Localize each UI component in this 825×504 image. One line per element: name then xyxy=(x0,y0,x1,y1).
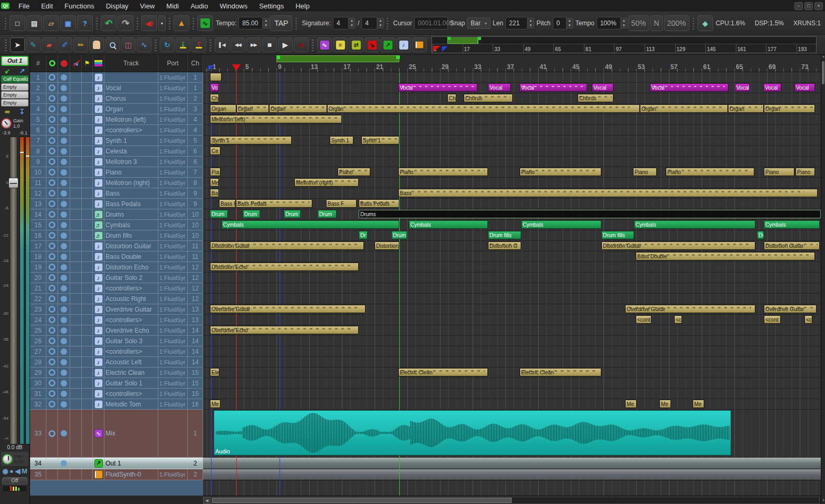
track-record-toggle[interactable] xyxy=(58,104,70,114)
track-mute-toggle[interactable] xyxy=(70,410,82,457)
track-monitor-toggle[interactable] xyxy=(46,188,58,198)
track-mute-toggle[interactable] xyxy=(70,469,82,480)
track-mute-toggle[interactable] xyxy=(70,146,82,156)
menu-help[interactable]: Help xyxy=(290,2,315,10)
clip-dr[interactable]: Dr xyxy=(757,231,764,239)
select-tool[interactable]: ➤ xyxy=(10,37,25,52)
export-toggle[interactable]: ↗ xyxy=(380,37,395,52)
clip-dr[interactable]: Dr xyxy=(359,231,368,239)
track-mute-toggle[interactable] xyxy=(70,125,82,135)
track-mute-toggle[interactable] xyxy=(70,336,82,346)
tempo-spin-arrows[interactable]: ▲▼ xyxy=(263,18,270,28)
clip-chorus[interactable]: Chorus xyxy=(464,94,513,102)
clip-distortion-echo[interactable]: Distortion Echo xyxy=(210,263,359,271)
clip-overdrive-guitar[interactable]: Overdrive Guitar xyxy=(764,305,817,313)
messages-window-toggle[interactable]: ↘ xyxy=(364,37,379,52)
track-solo-toggle[interactable] xyxy=(82,325,93,335)
track-mute-toggle[interactable] xyxy=(70,262,82,272)
scroll-left-button[interactable]: ◀ xyxy=(203,497,210,504)
hand-tool[interactable] xyxy=(89,37,104,52)
signature-denominator-spinbox[interactable]: 4 ▲▼ xyxy=(361,17,384,30)
track-mute-toggle[interactable] xyxy=(70,325,82,335)
toolbar-handle[interactable] xyxy=(209,38,212,51)
track-solo-toggle[interactable] xyxy=(82,188,93,198)
track-monitor-toggle[interactable] xyxy=(46,146,58,156)
track-mute-toggle[interactable] xyxy=(70,357,82,367)
pitch-value[interactable]: 0 xyxy=(553,17,567,30)
punch-out-toggle[interactable]: ⇑ xyxy=(191,37,206,52)
track-monitor-toggle[interactable] xyxy=(46,230,58,240)
clip-bass-f[interactable]: Bass F xyxy=(219,199,236,208)
tap-tempo-button[interactable]: TAP xyxy=(270,15,292,31)
clip-cymbals[interactable]: Cymbals xyxy=(764,220,820,229)
open-session-button[interactable]: ▱ xyxy=(43,15,59,31)
track-row-3[interactable]: 3♪Chorus1:FluidSyr2 xyxy=(30,93,203,104)
track-row-26[interactable]: 26♪Guitar Solo 31:FluidSyr14 xyxy=(30,336,203,346)
clip-electric-clean[interactable]: Electric Clean xyxy=(398,368,488,376)
track-monitor-toggle[interactable] xyxy=(46,167,58,177)
track-row-32[interactable]: 32♪Melodic Tom1:FluidSyr16 xyxy=(30,399,203,410)
clip-organ[interactable]: Organ xyxy=(764,104,815,113)
clip-distortion-g[interactable]: Distortion G xyxy=(488,241,521,250)
track-record-toggle[interactable] xyxy=(58,157,70,167)
midi-clip-toggle[interactable]: ♪ xyxy=(396,37,411,52)
track-monitor-toggle[interactable] xyxy=(46,72,58,82)
track-row-19[interactable]: 19♪Distortion Echo1:FluidSyr12 xyxy=(30,262,203,273)
track-mute-toggle[interactable] xyxy=(70,135,82,146)
clip-vocal[interactable]: Vocal xyxy=(520,83,587,92)
track-solo-toggle[interactable] xyxy=(82,458,93,469)
track-record-toggle[interactable] xyxy=(58,135,70,146)
zoom-in-button[interactable]: 200% xyxy=(664,15,689,31)
pen-tool[interactable]: ✐ xyxy=(57,37,72,52)
clip-chorus[interactable]: Chorus xyxy=(578,94,613,102)
clip-distortion-guitar[interactable]: Distortion Guitar xyxy=(764,241,820,250)
track-mute-toggle[interactable] xyxy=(70,188,82,198)
clip-bass-f[interactable]: Bass F xyxy=(326,199,357,208)
mixer-window-toggle[interactable]: ∿ xyxy=(317,37,332,52)
track-solo-toggle[interactable] xyxy=(82,146,93,156)
len-value[interactable]: 221 xyxy=(505,17,527,30)
track-solo-toggle[interactable] xyxy=(82,410,93,457)
clip-synth-1[interactable]: Synth 1 xyxy=(210,136,292,144)
redo-button[interactable]: ↷ xyxy=(118,15,133,31)
toolbar-handle[interactable] xyxy=(295,17,297,30)
track-monitor-toggle[interactable] xyxy=(46,209,58,219)
clip-unnamed[interactable] xyxy=(210,73,222,81)
loop-region-band[interactable] xyxy=(276,55,399,62)
track-monitor-toggle[interactable] xyxy=(46,458,58,469)
track-record-toggle[interactable] xyxy=(58,209,70,219)
track-mute-toggle[interactable] xyxy=(70,294,82,304)
track-mute-toggle[interactable] xyxy=(70,72,82,82)
track-monitor-toggle[interactable] xyxy=(46,367,58,377)
clip-electric-clean[interactable]: Electric Clean xyxy=(520,368,601,376)
power-icon[interactable]: ◉ xyxy=(2,467,8,475)
clip--cont[interactable]: <cont xyxy=(764,315,781,324)
tempo-percent-spinbox[interactable]: 100% ▲▼ xyxy=(597,17,628,30)
monitor-icon[interactable]: ● xyxy=(9,467,14,475)
clip-overdrive-guitar[interactable]: Overdrive Guitar xyxy=(210,305,366,313)
track-row-16[interactable]: 16♬Drum fills1:FluidSyr10 xyxy=(30,230,203,241)
close-button[interactable]: × xyxy=(814,2,823,10)
sig-den-arrows[interactable]: ▲▼ xyxy=(377,18,384,28)
track-record-toggle[interactable] xyxy=(58,167,70,177)
track-mute-toggle[interactable] xyxy=(70,104,82,114)
clip-vocal[interactable]: Vocal xyxy=(398,83,477,92)
tempo-map-button[interactable]: ∿ xyxy=(197,15,213,31)
track-mute-toggle[interactable] xyxy=(70,157,82,167)
vertical-scrollbar[interactable]: ▲ ▼ xyxy=(821,55,825,504)
save-session-button[interactable]: ▣ xyxy=(60,15,76,31)
track-solo-toggle[interactable] xyxy=(82,83,93,93)
transport-stop[interactable]: ■ xyxy=(262,37,277,52)
eraser-tool[interactable]: ▰ xyxy=(42,37,56,52)
track-solo-toggle[interactable] xyxy=(82,157,93,167)
clip-vocal[interactable]: Vocal xyxy=(650,83,728,92)
snap-select[interactable]: Bar ▾ xyxy=(467,17,491,29)
jack-session-button[interactable]: ◈ xyxy=(697,15,713,31)
track-record-toggle[interactable] xyxy=(58,283,70,293)
track-row-13[interactable]: 13♪Bass Pedals1:FluidSyr9 xyxy=(30,199,203,209)
track-record-toggle[interactable] xyxy=(58,199,70,209)
track-solo-toggle[interactable] xyxy=(82,135,93,146)
track-record-toggle[interactable] xyxy=(58,146,70,156)
bus-icon[interactable]: M xyxy=(22,467,27,475)
tempo-percent-value[interactable]: 100% xyxy=(597,17,621,30)
